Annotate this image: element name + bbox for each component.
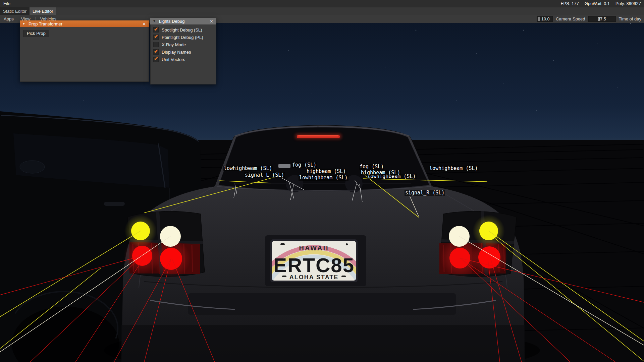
file-menu[interactable]: File	[0, 1, 15, 6]
light-label-signal-r: signal_R (SL)	[405, 190, 445, 196]
light-label-highbeam-left: highbeam (SL)	[306, 169, 346, 174]
tab-live-editor[interactable]: Live Editor	[30, 7, 56, 15]
camera-speed-input[interactable]: 10.0	[537, 16, 553, 22]
tail-light-left	[124, 211, 205, 278]
gpuwait-counter: GpuWait: 0.1	[585, 1, 610, 6]
checkbox[interactable]: ✔	[153, 49, 159, 55]
option-label: Display Names	[162, 50, 191, 55]
editor-tab-bar: Static Editor Live Editor	[0, 7, 644, 15]
panel-title-text: Prop Transformer	[29, 21, 62, 26]
light-label-lowhighbeam-mid-left: lowhighbeam (SL)	[299, 175, 348, 181]
camera-speed-value: 10.0	[541, 17, 549, 21]
collapse-triangle-icon[interactable]: ▼	[153, 19, 156, 23]
checkbox[interactable]	[153, 42, 159, 47]
checkbox[interactable]: ✔	[153, 35, 159, 40]
performance-stats: FPS: 177 GpuWait: 0.1 Poly: 890927	[561, 1, 644, 6]
pick-prop-button[interactable]: Pick Prop	[23, 30, 49, 37]
time-of-day-label: Time of day	[619, 16, 641, 21]
tail-light-right	[439, 211, 517, 278]
lights-debug-body: ✔ Spotlight Debug (SL) ✔ Pointlight Debu…	[150, 24, 216, 84]
door-handle	[104, 202, 125, 206]
time-of-day-value: 37.5	[598, 17, 606, 21]
checkmark-icon: ✔	[154, 48, 158, 54]
collapse-triangle-icon[interactable]: ▼	[22, 22, 25, 25]
light-label-signal-l: signal_L (SL)	[244, 172, 285, 178]
prop-transformer-titlebar[interactable]: ▼ Prop Transformer ✕	[20, 20, 149, 27]
light-label-fog-left: fog (SL)	[291, 162, 317, 168]
side-mirror	[20, 161, 45, 173]
camera-controls: 10.0 Camera Speed 37.5 Time of day	[537, 16, 644, 22]
distant-car	[278, 164, 290, 168]
plate-number: ERTC85	[273, 254, 355, 277]
option-label: Pointlight Debug (PL)	[162, 35, 203, 40]
checkmark-icon: ✔	[154, 34, 158, 40]
fps-counter: FPS: 177	[561, 1, 579, 6]
menu-apps[interactable]: Apps	[0, 16, 17, 21]
option-spotlight-debug[interactable]: ✔ Spotlight Debug (SL)	[151, 26, 216, 34]
option-display-names[interactable]: ✔ Display Names	[151, 48, 216, 56]
checkbox[interactable]: ✔	[153, 57, 159, 62]
time-of-day-input[interactable]: 37.5	[588, 16, 616, 22]
option-unit-vectors[interactable]: ✔ Unit Vectors	[151, 56, 216, 63]
option-xray-mode[interactable]: X-Ray Mode	[151, 41, 216, 48]
slider-handle-icon[interactable]	[538, 17, 540, 21]
option-label: Spotlight Debug (SL)	[162, 27, 202, 33]
option-label: Unit Vectors	[162, 57, 185, 62]
lights-debug-panel: ▼ Lights Debug ✕ ✔ Spotlight Debug (SL) …	[150, 18, 216, 84]
prop-transformer-body: Pick Prop	[20, 27, 149, 82]
plate-state: HAWAII	[299, 244, 329, 252]
lights-debug-titlebar[interactable]: ▼ Lights Debug ✕	[150, 18, 216, 24]
tab-static-editor[interactable]: Static Editor	[0, 7, 29, 15]
checkbox[interactable]: ✔	[153, 27, 159, 33]
prop-transformer-panel: ▼ Prop Transformer ✕ Pick Prop	[20, 20, 149, 82]
camera-speed-label: Camera Speed	[556, 16, 585, 21]
checkmark-icon: ✔	[154, 56, 158, 62]
close-icon[interactable]: ✕	[209, 19, 214, 24]
close-icon[interactable]: ✕	[142, 21, 147, 26]
light-label-fog-right: fog (SL)	[359, 164, 384, 170]
menu-bar: File FPS: 177 GpuWait: 0.1 Poly: 890927	[0, 0, 644, 7]
option-label: X-Ray Mode	[162, 42, 186, 47]
light-label-lowhighbeam-left: lowhighbeam (SL)	[223, 166, 273, 171]
panel-title-text: Lights Debug	[159, 19, 185, 24]
editor-window: HAWAII ERTC85 ALOHA STATE	[0, 0, 644, 362]
poly-counter: Poly: 890927	[615, 1, 641, 6]
checkmark-icon: ✔	[154, 26, 158, 32]
plate-slogan: ALOHA STATE	[289, 274, 339, 281]
light-label-highbeam-right: highbeam (SL)	[360, 170, 401, 176]
light-label-lowhighbeam-right: lowhighbeam (SL)	[429, 166, 479, 171]
option-pointlight-debug[interactable]: ✔ Pointlight Debug (PL)	[151, 34, 216, 41]
